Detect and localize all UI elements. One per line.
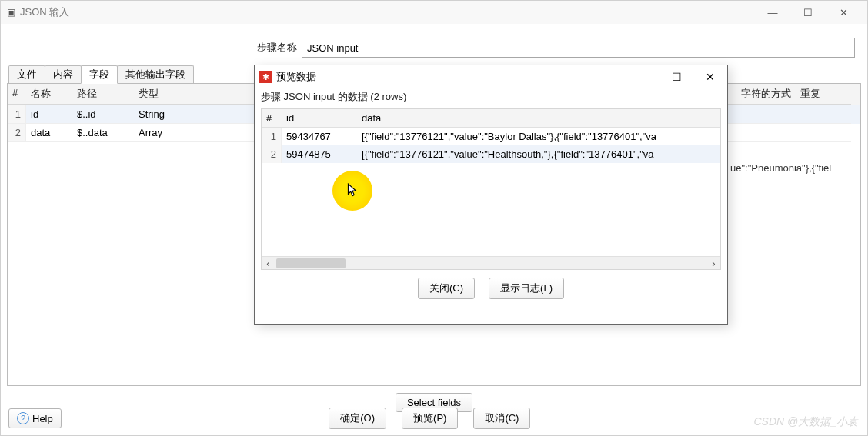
preview-title: 预览数据 (276, 70, 316, 84)
window-title: JSON 输入 (20, 5, 69, 19)
cell-repeat[interactable] (796, 124, 851, 142)
app-icon: ▣ (7, 7, 15, 18)
step-name-row: 步骤名称 (1, 35, 867, 61)
scroll-left-icon[interactable]: ‹ (262, 257, 275, 270)
prow-data: [{"field":"13776121","value":"Baylor Dal… (357, 128, 720, 145)
prow-id: 59434767 (282, 128, 357, 145)
help-icon: ? (17, 412, 29, 424)
preview-button-row: 关闭(C) 显示日志(L) (255, 271, 727, 307)
row-number: 2 (8, 124, 26, 142)
col-charmode[interactable]: 字符的方式 (719, 84, 796, 105)
cell-charmode[interactable] (719, 105, 796, 124)
main-titlebar[interactable]: ▣ JSON 输入 — ☐ ✕ (1, 1, 867, 24)
prow-num: 2 (262, 145, 282, 163)
maximize-button[interactable]: ☐ (790, 1, 826, 24)
preview-icon: ✱ (259, 71, 272, 83)
preview-maximize-button[interactable]: ☐ (664, 66, 689, 88)
scroll-right-icon[interactable]: › (707, 257, 720, 270)
step-name-label: 步骤名称 (257, 41, 297, 55)
tab-other-output[interactable]: 其他输出字段 (117, 65, 194, 84)
preview-table[interactable]: # id data 1 59434767 [{"field":"13776121… (261, 108, 721, 270)
cell-path[interactable]: $..id (72, 105, 134, 124)
preview-titlebar[interactable]: ✱ 预览数据 — ☐ ✕ (255, 65, 727, 88)
help-button[interactable]: ? Help (8, 408, 62, 428)
preview-minimize-button[interactable]: — (630, 66, 655, 88)
help-label: Help (32, 413, 53, 424)
step-name-input[interactable] (302, 38, 855, 58)
preview-button[interactable]: 预览(P) (402, 408, 458, 429)
col-repeat[interactable]: 重复 (796, 84, 851, 105)
preview-row[interactable]: 1 59434767 [{"field":"13776121","value":… (262, 128, 720, 145)
col-path[interactable]: 路径 (72, 84, 134, 105)
cell-path[interactable]: $..data (72, 124, 134, 142)
cell-charmode[interactable] (719, 124, 796, 142)
cell-name[interactable]: data (26, 124, 72, 142)
tab-file[interactable]: 文件 (8, 65, 45, 84)
scroll-track[interactable] (275, 258, 707, 269)
tab-fields[interactable]: 字段 (81, 65, 118, 84)
window-controls: — ☐ ✕ (755, 1, 861, 24)
preview-subtitle: 步骤 JSON input 的数据 (2 rows) (255, 88, 727, 107)
prow-data: [{"field":"13776121","value":"Healthsout… (357, 145, 720, 163)
pcol-data[interactable]: data (357, 109, 720, 127)
cell-repeat[interactable] (796, 105, 851, 124)
close-button[interactable]: ✕ (826, 1, 861, 24)
pcol-num[interactable]: # (262, 109, 282, 127)
bottom-bar: ? Help 确定(O) 预览(P) 取消(C) (1, 408, 867, 429)
preview-data-dialog: ✱ 预览数据 — ☐ ✕ 步骤 JSON input 的数据 (2 rows) … (254, 65, 728, 325)
preview-window-controls: — ☐ ✕ (630, 66, 723, 88)
pcol-id[interactable]: id (282, 109, 357, 127)
preview-log-btn[interactable]: 显示日志(L) (489, 278, 564, 299)
horizontal-scrollbar[interactable]: ‹ › (262, 256, 720, 269)
cancel-button[interactable]: 取消(C) (473, 408, 530, 429)
preview-table-header: # id data (262, 109, 720, 128)
ok-button[interactable]: 确定(O) (329, 408, 386, 429)
minimize-button[interactable]: — (755, 1, 790, 24)
scroll-thumb[interactable] (276, 258, 346, 268)
preview-close-btn[interactable]: 关闭(C) (418, 278, 475, 299)
col-num[interactable]: # (8, 84, 26, 105)
prow-num: 1 (262, 128, 282, 145)
row-number: 1 (8, 105, 26, 124)
prow-id: 59474875 (282, 145, 357, 163)
cell-name[interactable]: id (26, 105, 72, 124)
tab-content[interactable]: 内容 (45, 65, 82, 84)
col-name[interactable]: 名称 (26, 84, 72, 105)
bottom-buttons: 确定(O) 预览(P) 取消(C) (329, 408, 530, 429)
preview-close-button[interactable]: ✕ (698, 66, 723, 88)
preview-row[interactable]: 2 59474875 [{"field":"13776121","value":… (262, 145, 720, 163)
